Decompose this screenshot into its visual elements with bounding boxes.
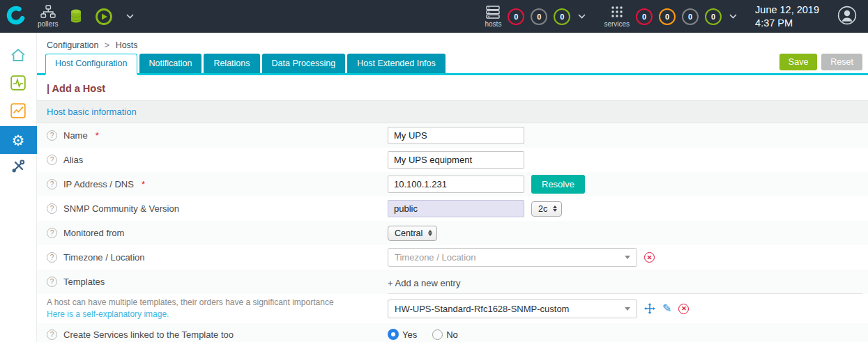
breadcrumb-hosts-link[interactable]: Hosts [116, 40, 138, 50]
services-icon [610, 5, 624, 19]
name-input[interactable] [388, 127, 524, 144]
form-row-create-services: Create Services linked to the Template t… [37, 323, 868, 342]
sidebar-item-monitoring[interactable] [0, 70, 37, 98]
tab-relations[interactable]: Relations [204, 54, 259, 73]
tab-host-configuration[interactable]: Host Configuration [45, 54, 137, 75]
alias-label: Alias [63, 155, 83, 165]
required-asterisk: * [96, 130, 99, 141]
services-menu[interactable]: services [604, 5, 630, 28]
hosts-label: hosts [485, 20, 501, 28]
sidebar-item-administration[interactable] [0, 154, 37, 182]
pollers-label: pollers [38, 20, 58, 28]
centreon-logo-icon [6, 5, 26, 29]
alias-input[interactable] [388, 151, 524, 169]
form-row-template-entry: A host can have multiple templates, thei… [37, 294, 868, 323]
date-text: June 12, 2019 [755, 3, 819, 17]
hosts-up-badge[interactable]: 0 [554, 8, 570, 25]
services-pending-badge[interactable]: 0 [682, 8, 699, 25]
snmp-community-input[interactable] [388, 200, 524, 217]
hosts-down-badge[interactable]: 0 [508, 8, 524, 25]
name-label: Name [63, 130, 88, 141]
help-question-icon[interactable] [47, 130, 57, 141]
yes-label: Yes [402, 329, 417, 340]
services-status-group: services 0 0 0 0 [604, 5, 737, 28]
centreon-logo[interactable] [0, 0, 32, 33]
datetime: June 12, 2019 4:37 PM [755, 3, 819, 30]
hosts-status-group: hosts 0 0 0 [485, 6, 586, 28]
export-configuration-icon [94, 7, 114, 26]
services-ok-badge[interactable]: 0 [705, 8, 722, 25]
user-profile-button[interactable] [837, 6, 857, 28]
help-question-icon[interactable] [47, 203, 57, 214]
reporting-chart-icon [10, 103, 26, 121]
services-critical-badge[interactable]: 0 [636, 8, 653, 25]
app-window: pollers ho [0, 0, 868, 342]
gear-icon: ⚙ [12, 133, 25, 148]
save-button[interactable]: Save [779, 54, 818, 70]
services-chevron-down-icon[interactable] [729, 14, 737, 19]
help-question-icon[interactable] [47, 252, 57, 263]
tab-data-processing[interactable]: Data Processing [262, 54, 346, 73]
select-arrows-icon [428, 230, 432, 236]
template-selected-value: HW-UPS-Standard-Rfc1628-SNMP-custom [395, 304, 569, 314]
ip-address-input[interactable] [388, 176, 524, 193]
chevron-down-icon[interactable] [126, 14, 134, 19]
monitored-from-value: Central [395, 228, 422, 238]
main-content: Configuration > Hosts Host Configuration… [37, 33, 868, 342]
time-text: 4:37 PM [755, 17, 819, 30]
help-question-icon[interactable] [47, 277, 57, 287]
create-services-no-radio[interactable]: No [432, 329, 458, 340]
form-row-name: Name * [37, 123, 868, 148]
services-warning-badge[interactable]: 0 [659, 8, 676, 25]
add-template-entry-link[interactable]: + Add a new entry [388, 278, 460, 288]
breadcrumb: Configuration > Hosts [37, 33, 868, 54]
timezone-placeholder: Timezone / Location [395, 252, 476, 263]
breadcrumb-configuration-link[interactable]: Configuration [47, 40, 98, 50]
pollers-icon [40, 5, 56, 19]
hosts-chevron-down-icon[interactable] [578, 14, 586, 19]
tab-host-extended-infos[interactable]: Host Extended Infos [347, 54, 446, 73]
form-row-monitored-from: Monitored from Central [37, 221, 868, 245]
home-icon [10, 48, 26, 65]
form-row-alias: Alias [37, 148, 868, 172]
hosts-pending-badge[interactable]: 0 [531, 8, 547, 25]
templates-label: Templates [63, 277, 105, 287]
dropdown-arrow-icon [625, 307, 630, 311]
help-question-icon[interactable] [47, 155, 57, 165]
monitoring-pulse-icon [10, 75, 26, 93]
create-services-yes-radio[interactable]: Yes [388, 329, 417, 340]
sidebar-item-configuration[interactable]: ⚙ [0, 126, 37, 154]
template-dropdown[interactable]: HW-UPS-Standard-Rfc1628-SNMP-custom [388, 300, 637, 318]
reset-button[interactable]: Reset [821, 54, 862, 70]
export-configuration-menu[interactable] [94, 7, 114, 26]
monitored-from-select[interactable]: Central [388, 226, 437, 241]
hosts-icon [486, 6, 500, 19]
radio-unselected-icon [432, 329, 443, 340]
sidebar-item-reporting[interactable] [0, 98, 37, 126]
timezone-clear-icon[interactable] [644, 252, 655, 263]
timezone-dropdown[interactable]: Timezone / Location [388, 248, 637, 267]
resolve-button[interactable]: Resolve [531, 175, 585, 194]
help-question-icon[interactable] [47, 228, 57, 238]
help-question-icon[interactable] [47, 179, 57, 189]
sidebar-item-home[interactable] [0, 42, 37, 70]
template-edit-pencil-icon[interactable]: ✎ [662, 303, 671, 314]
page-title: | Add a Host [37, 75, 868, 100]
section-header-host-basic-information: Host basic information [37, 100, 868, 123]
templates-help-link[interactable]: Here is a self-explanatory image. [47, 309, 169, 319]
snmp-version-select[interactable]: 2c [531, 201, 562, 217]
create-services-label: Create Services linked to the Template t… [63, 329, 234, 340]
services-label: services [604, 20, 630, 28]
pollers-menu[interactable]: pollers [38, 5, 58, 28]
hosts-menu[interactable]: hosts [485, 6, 501, 28]
help-question-icon[interactable] [47, 329, 57, 340]
database-menu[interactable] [69, 8, 83, 24]
monitored-from-label: Monitored from [63, 228, 124, 238]
template-delete-icon[interactable] [678, 304, 689, 314]
radio-selected-icon [388, 329, 399, 340]
select-arrows-icon [553, 205, 557, 212]
tab-notification[interactable]: Notification [139, 54, 202, 73]
snmp-version-value: 2c [538, 204, 547, 214]
template-move-icon[interactable] [644, 303, 655, 314]
no-label: No [446, 329, 458, 340]
